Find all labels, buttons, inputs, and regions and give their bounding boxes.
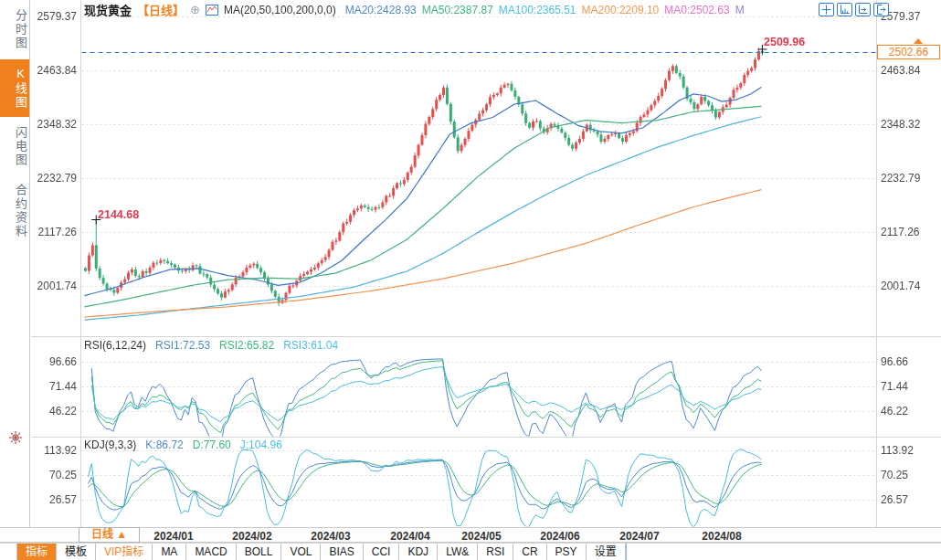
ma-formula: MA(20,50,100,200,0,0) [224, 4, 336, 16]
sidebar-item-time-share-chart[interactable]: 分时图 [0, 2, 29, 58]
x-axis-label: 2024/08 [702, 530, 741, 543]
price-axis-label: 2463.84 [881, 64, 937, 77]
price-axis-label: 2579.37 [881, 10, 937, 23]
kdj-value-label: D:77.60 [193, 438, 231, 451]
kdj-axis-label: 26.57 [31, 493, 77, 506]
x-axis-label: 2024/07 [619, 530, 659, 543]
price-axis-label: 2001.74 [31, 280, 77, 292]
ma-value-label: MA0:2502.63 [664, 4, 729, 16]
kdj-axis-label: 70.25 [31, 469, 77, 481]
bottom-tab-settings[interactable]: 设置 [587, 544, 626, 560]
crosshair-tool-icon[interactable] [819, 3, 834, 16]
ma-values: MA20:2428.93MA50:2387.87MA100:2365.51MA2… [342, 4, 745, 16]
rsi-value-label: RSI3:61.04 [283, 339, 338, 352]
kdj-value-label: K:86.72 [145, 438, 183, 451]
bottom-tab-macd[interactable]: MACD [186, 544, 236, 560]
bottom-tab-kdj[interactable]: KDJ [399, 544, 438, 560]
kdj-axis-label: 70.25 [881, 469, 937, 481]
rsi-axis-label: 96.66 [31, 355, 77, 368]
period-tag: 【日线】 [137, 1, 185, 18]
bottom-tab-indicators[interactable]: 指标 [17, 544, 57, 560]
kdj-axis-label: 26.57 [881, 493, 937, 506]
kdj-axis-label: 113.92 [31, 444, 77, 457]
price-axis-label: 2001.74 [881, 280, 937, 292]
kdj-panel-header: KDJ(9,3,3) K:86.72D:77.60J:104.96 [84, 438, 282, 451]
bottom-tab-rsi[interactable]: RSI [478, 544, 513, 560]
chart-header: 现货黄金 【日线】 ⊕ MA(20,50,100,200,0,0) MA20:2… [84, 3, 745, 16]
ma-value-label: MA200:2209.10 [582, 4, 660, 16]
bottom-tab-cr[interactable]: CR [513, 544, 546, 560]
axis-style-tool-icon[interactable] [837, 3, 852, 16]
popout-tool-icon[interactable] [873, 3, 889, 16]
rsi-value-label: RSI1:72.53 [155, 339, 210, 352]
bottom-tab-psy[interactable]: PSY [547, 544, 587, 560]
period-up-arrow: ▲ [116, 528, 127, 541]
kdj-values: K:86.72D:77.60J:104.96 [145, 438, 281, 451]
rsi-panel-header: RSI(6,12,24) RSI1:72.53RSI2:65.82RSI3:61… [84, 339, 338, 352]
low-period-high-annotation: 2144.68 [98, 208, 139, 221]
price-axis-label: 2463.84 [31, 64, 77, 77]
rsi-axis-label: 71.44 [31, 380, 77, 393]
price-axis-label: 2117.26 [881, 226, 937, 238]
price-axis-label: 2348.32 [31, 118, 77, 131]
kdj-title: KDJ(9,3,3) [84, 438, 136, 451]
x-axis-label: 2024/02 [232, 530, 271, 543]
rsi-axis-label: 96.66 [881, 355, 937, 368]
x-axis-label: 2024/05 [461, 530, 501, 543]
session-high-annotation: 2509.96 [764, 36, 805, 48]
bottom-tab-bias[interactable]: BIAS [321, 544, 363, 560]
mini-chart-icon[interactable] [206, 5, 218, 16]
price-axis-label: 2117.26 [31, 226, 77, 238]
indicator-tab-bar: 指标模板VIP指标MAMACDBOLLVOLBIASCCIKDJLW&RSICR… [0, 543, 941, 560]
price-up-arrow-icon [914, 38, 923, 44]
sidebar-item-kline-chart[interactable]: K线图 [0, 59, 29, 117]
price-axis-label: 2348.32 [881, 118, 937, 131]
current-price-tag: 2502.66 [877, 45, 940, 59]
ma-value-label: MA50:2387.87 [422, 4, 493, 16]
sidebar-item-flash-chart[interactable]: 闪电图 [0, 119, 29, 174]
kdj-value-label: J:104.96 [240, 438, 282, 451]
tab-bar-spacer [0, 544, 17, 560]
ma-value-label: MA20:2428.93 [345, 4, 417, 16]
rsi-axis-label: 46.22 [881, 405, 937, 417]
rsi-axis-label: 46.22 [31, 405, 77, 417]
bottom-tab-vip-indicators[interactable]: VIP指标 [96, 544, 153, 560]
x-axis-label: 2024/01 [153, 530, 193, 543]
sidebar-item-contract-info[interactable]: 合约资料 [0, 176, 29, 246]
x-axis-label: 2024/06 [540, 530, 579, 543]
rsi-title: RSI(6,12,24) [84, 339, 146, 352]
rsi-axis-label: 71.44 [881, 380, 937, 393]
bottom-tab-ma[interactable]: MA [153, 544, 186, 560]
price-axis-label: 2232.79 [31, 172, 77, 185]
price-axis-label: 2232.79 [881, 172, 937, 185]
expand-icon[interactable]: ⊕ [190, 3, 200, 16]
period-selector-label: 日线 [91, 528, 113, 541]
symbol-name: 现货黄金 [84, 1, 132, 18]
kdj-axis-label: 113.92 [881, 444, 937, 457]
trading-app-window: 分时图K线图闪电图合约资料 现货黄金 【日线】 ⊕ MA(20,50,100,2… [0, 0, 941, 560]
bottom-tab-boll[interactable]: BOLL [237, 544, 282, 560]
period-selector[interactable]: 日线 ▲ [79, 527, 140, 543]
tab-bar-fill [627, 544, 941, 560]
chart-canvas[interactable] [0, 0, 941, 560]
x-axis-label: 2024/04 [390, 530, 429, 543]
bottom-tab-vol[interactable]: VOL [281, 544, 321, 560]
bottom-tab-templates[interactable]: 模板 [57, 544, 96, 560]
rsi-value-label: RSI2:65.82 [219, 339, 274, 352]
chart-toolbar [819, 3, 889, 16]
hot-indicator-icon [8, 430, 23, 448]
ma-value-label: MA100:2365.51 [499, 4, 576, 16]
rsi-values: RSI1:72.53RSI2:65.82RSI3:61.04 [155, 339, 338, 352]
scale-right-tool-icon[interactable] [855, 3, 871, 16]
bottom-tab-lw[interactable]: LW& [438, 544, 478, 560]
chart-type-sidebar: 分时图K线图闪电图合约资料 [0, 0, 30, 527]
price-axis-label: 2579.37 [31, 10, 77, 23]
ma-value-label: M [735, 4, 745, 16]
bottom-tab-cci[interactable]: CCI [364, 544, 400, 560]
x-axis-label: 2024/03 [311, 530, 350, 543]
